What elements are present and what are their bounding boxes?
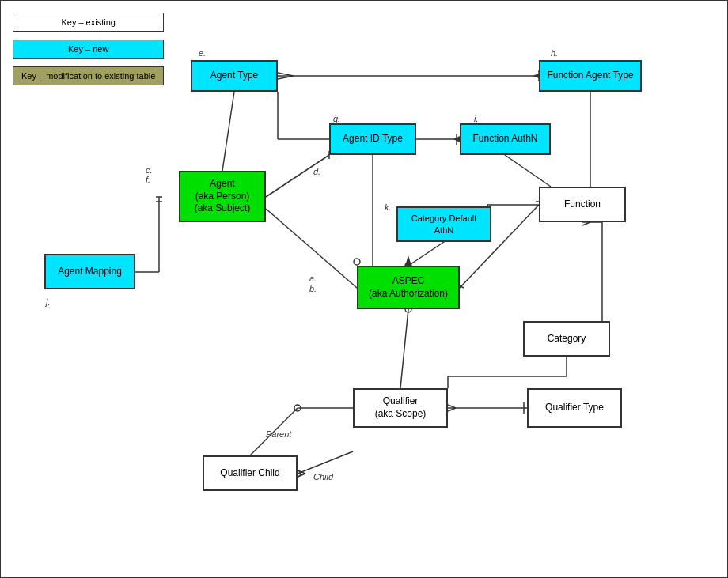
svg-line-60 [505, 155, 551, 187]
entity-function-agent-type: Function Agent Type [539, 60, 642, 92]
svg-line-36 [400, 309, 408, 388]
svg-point-53 [294, 405, 301, 411]
entity-aspec: ASPEC (aka Authorization) [357, 266, 460, 309]
entity-qualifier-child: Qualifier Child [203, 455, 298, 491]
entity-qualifier: Qualifier (aka Scope) [353, 388, 448, 428]
svg-point-24 [354, 259, 360, 265]
svg-line-43 [448, 405, 456, 408]
svg-marker-29 [405, 255, 411, 266]
legend-new: Key – new [13, 40, 164, 59]
legend-existing: Key – existing [13, 13, 164, 32]
label-j: j. [46, 297, 51, 307]
legend: Key – existing Key – new Key – modificat… [13, 13, 164, 85]
diagram-container: Key – existing Key – new Key – modificat… [1, 1, 728, 578]
svg-marker-5 [533, 74, 539, 78]
entity-function: Function [539, 187, 626, 222]
label-f: f. [146, 175, 150, 184]
entity-agent-mapping: Agent Mapping [44, 254, 135, 289]
entity-agent-type: Agent Type [191, 60, 278, 92]
label-e: e. [199, 48, 206, 58]
label-d: d. [313, 167, 320, 176]
entity-category: Category [523, 321, 610, 357]
entity-function-authn: Function AuthN [460, 123, 551, 155]
label-c: c. [146, 165, 153, 175]
entity-qualifier-type: Qualifier Type [527, 388, 622, 428]
svg-line-56 [298, 474, 305, 477]
label-i: i. [474, 114, 479, 123]
svg-line-2 [278, 76, 294, 79]
label-k: k. [385, 202, 392, 212]
svg-line-55 [298, 470, 305, 474]
svg-line-44 [448, 408, 456, 411]
label-a: a. [309, 274, 317, 283]
svg-line-1 [278, 73, 294, 76]
label-child: Child [313, 472, 333, 482]
entity-category-default-athn: Category Default AthN [396, 206, 491, 242]
entity-agent-id-type: Agent ID Type [329, 123, 416, 155]
svg-line-58 [222, 92, 234, 171]
svg-marker-12 [453, 136, 460, 142]
label-parent: Parent [266, 429, 291, 439]
svg-line-54 [298, 451, 353, 474]
svg-line-35 [582, 222, 590, 225]
legend-modification: Key – modification to existing table [13, 66, 164, 85]
svg-line-28 [408, 242, 444, 266]
label-b: b. [309, 284, 317, 293]
entity-agent: Agent (aka Person) (aka Subject) [179, 171, 266, 222]
label-h: h. [551, 48, 558, 58]
label-g: g. [333, 114, 340, 123]
